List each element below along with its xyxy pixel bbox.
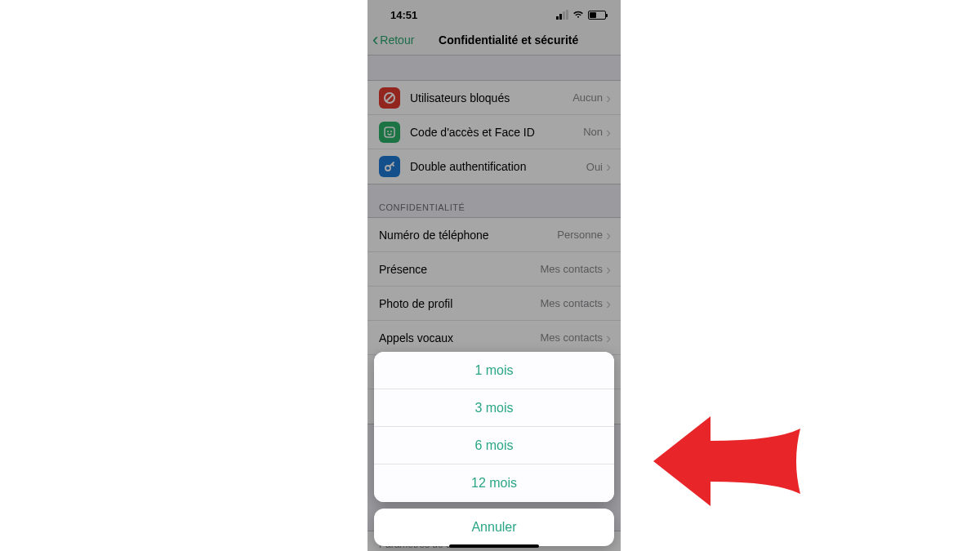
row-passcode-faceid[interactable]: Code d'accès et Face ID Non › <box>368 115 621 149</box>
action-sheet: 1 mois 3 mois 6 mois 12 mois Annuler <box>374 352 614 546</box>
status-time: 14:51 <box>390 9 417 21</box>
privacy-section-header: CONFIDENTIALITÉ <box>368 184 621 217</box>
option-12-months[interactable]: 12 mois <box>374 464 614 502</box>
chevron-right-icon: › <box>606 331 611 345</box>
nav-bar: ‹ Retour Confidentialité et sécurité <box>368 24 621 56</box>
cellular-icon <box>556 10 568 20</box>
row-two-factor[interactable]: Double authentification Oui › <box>368 149 621 184</box>
blocked-icon <box>379 87 400 109</box>
svg-line-1 <box>386 95 393 101</box>
option-6-months[interactable]: 6 mois <box>374 427 614 464</box>
row-presence[interactable]: Présence Mes contacts › <box>368 252 621 287</box>
row-voice-calls[interactable]: Appels vocaux Mes contacts › <box>368 321 621 355</box>
cancel-button[interactable]: Annuler <box>374 509 614 546</box>
page-title: Confidentialité et sécurité <box>401 33 616 47</box>
chevron-right-icon: › <box>606 125 611 140</box>
battery-icon <box>588 11 606 20</box>
svg-point-4 <box>390 131 392 132</box>
option-3-months[interactable]: 3 mois <box>374 389 614 427</box>
callout-arrow-icon <box>629 400 808 522</box>
chevron-right-icon: › <box>606 159 611 174</box>
chevron-right-icon: › <box>606 228 611 242</box>
status-bar: 14:51 <box>368 0 621 24</box>
home-indicator[interactable] <box>449 544 539 548</box>
sheet-options: 1 mois 3 mois 6 mois 12 mois <box>374 352 614 502</box>
row-phone-number[interactable]: Numéro de téléphone Personne › <box>368 218 621 252</box>
back-chevron-icon[interactable]: ‹ <box>372 31 378 49</box>
wifi-icon <box>572 11 584 19</box>
status-icons <box>556 10 606 20</box>
option-1-month[interactable]: 1 mois <box>374 352 614 389</box>
chevron-right-icon: › <box>606 262 611 277</box>
svg-point-3 <box>387 131 389 132</box>
faceid-icon <box>379 122 400 143</box>
phone-frame: 14:51 ‹ Retour Confidentialité et sécuri… <box>368 0 621 551</box>
chevron-right-icon: › <box>606 91 611 105</box>
chevron-right-icon: › <box>606 296 611 311</box>
security-group: Utilisateurs bloqués Aucun › Code d'accè… <box>368 80 621 184</box>
svg-rect-2 <box>385 127 394 137</box>
row-blocked-users[interactable]: Utilisateurs bloqués Aucun › <box>368 81 621 115</box>
row-profile-photo[interactable]: Photo de profil Mes contacts › <box>368 287 621 321</box>
key-icon <box>379 156 400 177</box>
